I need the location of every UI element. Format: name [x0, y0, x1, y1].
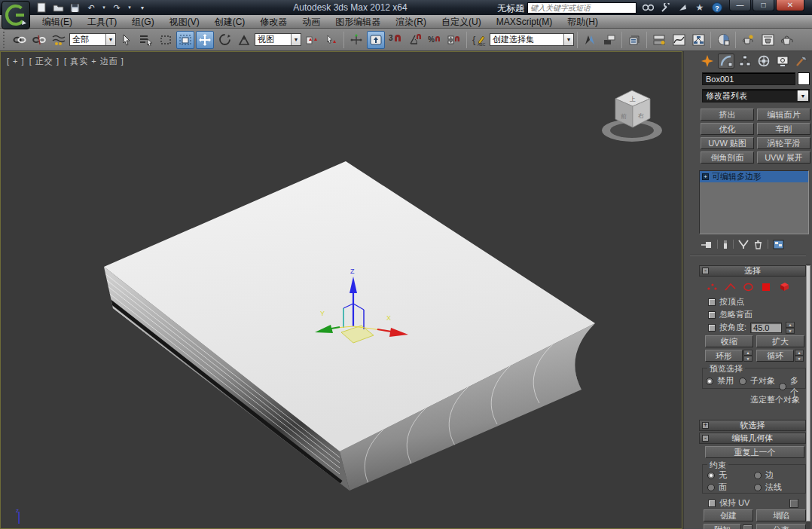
rollout-selection-header[interactable]: - 选择 [699, 265, 806, 277]
subscription-icon[interactable] [659, 2, 671, 14]
preserve-uv-checkbox[interactable] [708, 500, 716, 507]
radio-icon[interactable] [779, 383, 786, 390]
communication-center-icon[interactable] [676, 2, 688, 14]
radio-icon[interactable] [754, 484, 762, 491]
collapse-icon[interactable]: - [702, 268, 709, 274]
edge-subobject-icon[interactable] [725, 282, 736, 292]
collapse-geometry-button[interactable]: 塌陷 [756, 509, 806, 521]
object-name-field[interactable]: Box001 [702, 72, 795, 85]
collapse-icon[interactable]: - [702, 435, 709, 442]
pin-stack-icon[interactable] [701, 240, 713, 249]
unwrap-uvw-button[interactable]: UVW 展开 [757, 151, 810, 164]
select-and-scale-icon[interactable] [235, 31, 253, 49]
tab-hierarchy[interactable] [737, 54, 753, 69]
rollout-edit-geometry-header[interactable]: - 编辑几何体 [699, 433, 806, 444]
modifier-list-dropdown[interactable]: 修改器列表 ▼ [702, 89, 810, 102]
bevel-profile-button[interactable]: 倒角剖面 [701, 151, 754, 164]
snap-toggle-3d-icon[interactable]: 3 [386, 31, 404, 49]
favorites-icon[interactable]: ★ [694, 2, 706, 14]
edit-named-selection-sets-icon[interactable]: {ABC [470, 31, 488, 49]
radio-icon[interactable] [754, 472, 762, 479]
radio-selected-icon[interactable] [706, 378, 713, 385]
unlink-selection-icon[interactable] [30, 31, 48, 49]
spinner-snap-icon[interactable] [445, 31, 463, 49]
viewport[interactable]: [ + ] [ 正交 ] [ 真实 + 边面 ] [0, 51, 682, 529]
remove-modifier-icon[interactable] [753, 240, 763, 249]
redo-dropdown-icon[interactable]: ▾ [127, 2, 133, 14]
menu-maxscript[interactable]: MAXScript(M) [489, 15, 560, 29]
schematic-view-icon[interactable] [689, 31, 707, 49]
expand-icon[interactable]: + [702, 422, 709, 429]
radio-selected-icon[interactable] [707, 472, 715, 479]
use-pivot-point-center-icon[interactable] [303, 31, 321, 49]
select-and-move-icon[interactable] [196, 31, 214, 49]
tab-utilities[interactable] [793, 54, 810, 69]
book-model[interactable]: Z X Y [1, 52, 682, 528]
percent-snap-icon[interactable]: % [426, 31, 444, 49]
ring-spinner[interactable]: ▲▼ [743, 350, 752, 361]
constraint-edge-option[interactable]: 边 [754, 469, 774, 481]
select-and-rotate-icon[interactable] [215, 31, 234, 49]
loop-spinner[interactable]: ▲▼ [795, 350, 804, 361]
search-icon[interactable] [642, 2, 654, 14]
graphite-ribbon-icon[interactable] [650, 31, 668, 49]
preserve-uv-settings-button[interactable] [789, 499, 798, 508]
menu-animation[interactable]: 动画 [295, 15, 328, 29]
menu-graph-editors[interactable]: 图形编辑器 [328, 15, 388, 29]
angle-snap-icon[interactable] [406, 31, 424, 49]
loop-button[interactable]: 循环 [756, 350, 794, 362]
panel-scrollbar[interactable] [806, 264, 810, 529]
menu-create[interactable]: 创建(C) [207, 15, 253, 29]
reference-coordinate-dropdown[interactable]: 视图 ▼ [255, 33, 301, 46]
mirror-icon[interactable] [581, 31, 599, 49]
infocenter-expand-icon[interactable]: ▶ [520, 5, 524, 11]
object-color-swatch[interactable] [798, 72, 810, 85]
constraint-normal-option[interactable]: 法线 [754, 482, 782, 493]
shrink-button[interactable]: 收缩 [705, 335, 753, 347]
attach-list-button[interactable] [743, 524, 752, 529]
detach-button[interactable]: 分离 [756, 524, 806, 529]
menu-customize[interactable]: 自定义(U) [434, 15, 489, 29]
viewcube[interactable]: 上 前 右 [593, 84, 671, 150]
undo-dropdown-icon[interactable]: ▾ [101, 2, 107, 14]
select-and-link-icon[interactable] [11, 31, 29, 49]
ignore-backfacing-checkbox[interactable] [708, 311, 716, 319]
new-file-icon[interactable] [35, 2, 48, 14]
preview-subobj-option[interactable]: 子对象 [739, 375, 775, 387]
radio-icon[interactable] [739, 378, 746, 385]
angle-value-field[interactable]: 45.0 [750, 323, 782, 333]
material-editor-icon[interactable] [714, 31, 732, 49]
edit-patch-button[interactable]: 编辑面片 [757, 109, 810, 121]
show-end-result-icon[interactable] [722, 240, 728, 249]
radio-icon[interactable] [707, 484, 715, 491]
tab-motion[interactable] [756, 54, 772, 69]
menu-group[interactable]: 组(G) [124, 15, 161, 29]
open-file-icon[interactable] [51, 2, 65, 14]
vertex-subobject-icon[interactable] [707, 282, 718, 292]
named-selection-set-dropdown[interactable]: 创建选择集 ▼ [490, 33, 574, 46]
border-subobject-icon[interactable] [743, 282, 754, 292]
make-unique-icon[interactable] [738, 240, 749, 249]
close-button[interactable]: ✕ [776, 0, 804, 11]
uvw-map-button[interactable]: UVW 贴图 [701, 137, 754, 149]
constraint-face-option[interactable]: 面 [707, 482, 727, 493]
rectangular-selection-region-icon[interactable] [157, 31, 175, 49]
polygon-subobject-icon[interactable] [761, 282, 771, 292]
search-input[interactable] [527, 2, 636, 14]
application-menu-button[interactable] [2, 1, 30, 29]
align-icon[interactable] [600, 31, 618, 49]
curve-editor-icon[interactable] [670, 31, 688, 49]
menu-help[interactable]: 帮助(H) [560, 15, 606, 29]
select-object-icon[interactable] [118, 31, 136, 49]
menu-modifiers[interactable]: 修改器 [252, 15, 295, 29]
element-subobject-icon[interactable] [778, 281, 790, 292]
rollout-soft-selection-header[interactable]: + 软选择 [699, 420, 806, 431]
menu-edit[interactable]: 编辑(E) [35, 15, 80, 29]
optimize-button[interactable]: 优化 [701, 123, 754, 135]
snaps-toggle-2d-icon[interactable] [347, 31, 365, 49]
lathe-button[interactable]: 车削 [757, 123, 810, 135]
toolbar-grip[interactable] [3, 32, 7, 48]
render-production-icon[interactable] [778, 31, 796, 49]
by-angle-checkbox[interactable] [708, 324, 716, 332]
repeat-last-button[interactable]: 重复上一个 [705, 446, 804, 458]
